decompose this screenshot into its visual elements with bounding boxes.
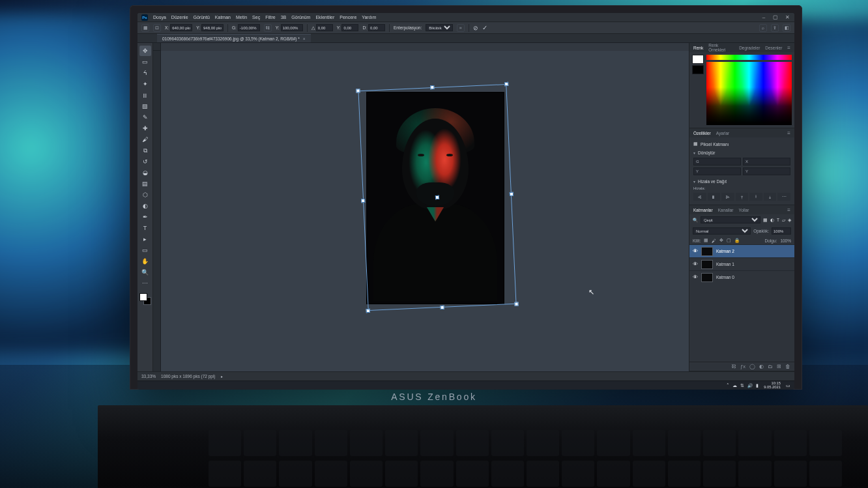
edit-toolbar-icon[interactable]: ⋯ [139,278,151,289]
visibility-icon[interactable]: 👁 [693,274,698,280]
warp-icon[interactable]: ⌗ [457,24,465,32]
panel-menu-icon[interactable]: ≡ [787,207,790,213]
lock-position-icon[interactable]: ✥ [719,238,723,243]
layer-name[interactable]: Katman 0 [716,275,734,280]
taskbar-clock[interactable]: 10:15 9.05.2021 [764,382,781,390]
tray-chevron-icon[interactable]: ˄ [727,383,729,388]
opt-skewh-input[interactable] [341,24,358,31]
filter-smart-icon[interactable]: ◈ [788,218,791,223]
handle-top-left[interactable] [356,89,360,93]
healing-tool[interactable]: ✚ [139,123,151,134]
tab-paths[interactable]: Yollar [738,208,749,212]
ruler-origin[interactable] [153,43,161,51]
link-layers-icon[interactable]: ⛓ [731,364,736,369]
tab-adjustments[interactable]: Ayarlar [716,131,729,136]
prop-x[interactable]: X [743,158,790,165]
eyedropper-tool[interactable]: ✎ [139,112,151,122]
filter-shape-icon[interactable]: ▱ [782,218,785,223]
panel-menu-icon[interactable]: ≡ [787,130,790,136]
artboard[interactable] [367,93,504,304]
window-maximize[interactable]: ▢ [772,14,779,21]
panel-menu-icon[interactable]: ≡ [787,45,790,51]
transform-section-header[interactable]: Dönüştür [693,151,790,155]
opt-angle-input[interactable] [316,24,333,31]
align-top-icon[interactable]: ⫯ [736,193,749,201]
reference-point-icon[interactable]: ⊡ [153,24,161,32]
document-tab[interactable]: 01096403686d736b976af473326906.jpg @ 33,… [157,34,311,42]
filter-adjust-icon[interactable]: ◐ [770,218,774,223]
tray-volume-icon[interactable]: 🔊 [747,383,753,388]
filter-pixel-icon[interactable]: ▦ [763,218,768,223]
handle-bottom-right[interactable] [514,302,518,306]
tray-battery-icon[interactable]: ▮ [756,383,759,388]
foreground-color-swatch[interactable] [139,293,147,301]
menu-type[interactable]: Metin [236,15,247,20]
window-close[interactable]: ✕ [784,14,790,21]
eraser-tool[interactable]: ◒ [139,167,151,178]
type-tool[interactable]: T [139,223,151,233]
hand-tool[interactable]: ✋ [139,256,151,266]
menu-help[interactable]: Yardım [362,15,376,20]
zoom-level[interactable]: 33,33% [141,374,156,379]
close-tab-icon[interactable]: × [303,36,306,41]
menu-image[interactable]: Görüntü [194,15,210,20]
layer-name[interactable]: Katman 2 [716,249,734,253]
zoom-tool[interactable]: 🔍 [139,267,151,278]
handle-bottom-mid[interactable] [441,306,444,309]
fill-input[interactable]: 100% [780,238,791,243]
tab-gradients[interactable]: Degradeler [739,46,760,50]
opt-w-input[interactable] [238,24,260,31]
layer-row[interactable]: 👁Katman 2 [689,244,794,257]
visibility-icon[interactable]: 👁 [693,248,698,254]
color-spectrum[interactable] [706,62,792,125]
shape-tool[interactable]: ▭ [139,245,151,255]
lock-pixels-icon[interactable]: 🖌 [712,238,716,243]
brush-tool[interactable]: 🖌 [139,134,151,145]
blend-mode-select[interactable]: Normal [693,227,751,235]
tab-color[interactable]: Renk [693,46,703,50]
clone-tool[interactable]: ⧉ [139,145,151,156]
new-layer-icon[interactable]: ⊞ [777,364,781,369]
opacity-input[interactable]: 100% [772,227,791,235]
menu-filter[interactable]: Filtre [265,15,276,20]
layer-row[interactable]: 👁Katman 1 [689,257,794,270]
visibility-icon[interactable]: 👁 [693,261,698,267]
tab-swatches[interactable]: Renk Örnekleri [708,43,734,52]
document-info[interactable]: 1080 pks x 1896 pks (72 ppi) [161,374,215,379]
search-icon[interactable]: ⌕ [759,24,767,32]
color-swatches[interactable] [139,293,151,305]
layer-mask-icon[interactable]: ◯ [749,364,755,369]
commit-transform-button[interactable]: ✓ [482,24,487,31]
path-select-tool[interactable]: ▸ [139,234,151,244]
tray-cloud-icon[interactable]: ☁ [732,383,737,388]
align-hcenter-icon[interactable]: ⫼ [708,193,721,201]
notification-icon[interactable]: ▭ [786,383,790,388]
group-icon[interactable]: 🗀 [768,364,773,369]
cancel-transform-button[interactable]: ⊘ [473,25,478,31]
align-section-header[interactable]: Hizala ve Dağıt [693,179,790,184]
layer-thumbnail[interactable] [701,247,713,256]
hue-strip[interactable] [706,55,792,60]
align-vcenter-icon[interactable]: ⫲ [749,193,762,201]
handle-bottom-left[interactable] [366,309,370,313]
layer-thumbnail[interactable] [701,273,713,282]
filter-type-icon[interactable]: T [777,218,779,222]
lasso-tool[interactable]: ᔦ [139,68,151,78]
workspace-icon[interactable]: ◧ [783,24,790,32]
prop-width[interactable]: G [693,158,741,165]
align-right-icon[interactable]: ⫸ [721,193,734,201]
handle-top-mid[interactable] [430,85,434,89]
handle-mid-right[interactable] [510,192,514,196]
menu-layer[interactable]: Katman [215,15,231,20]
align-bottom-icon[interactable]: ⫰ [764,193,777,201]
window-minimize[interactable]: – [760,14,767,21]
canvas[interactable]: ↖ [161,51,689,371]
ruler-vertical[interactable] [153,51,161,371]
dodge-tool[interactable]: ◐ [139,201,151,211]
layer-fx-icon[interactable]: ƒx [740,364,745,369]
prop-height[interactable]: Y [693,167,741,175]
blur-tool[interactable]: ⬡ [139,190,151,200]
quick-select-tool[interactable]: ✦ [139,79,151,89]
lock-all-icon[interactable]: 🔒 [734,238,740,243]
panel-background-swatch[interactable] [692,65,704,74]
